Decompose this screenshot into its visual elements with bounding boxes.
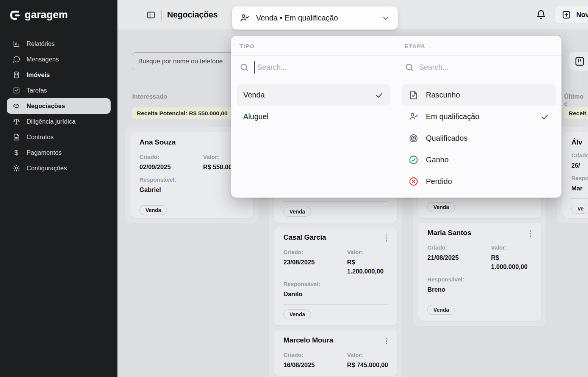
card-menu-button[interactable] [529, 229, 532, 239]
owner-value: Breno [427, 285, 532, 294]
stage-filter-label: Venda • Em qualificação [256, 14, 338, 22]
value-label: Valor: [347, 249, 388, 255]
card-divider [283, 304, 388, 305]
owner-label: Responsável: [139, 176, 244, 183]
created-value: 23/08/2025 [283, 258, 347, 267]
deal-name: Álv [571, 138, 582, 146]
search-icon [405, 63, 414, 72]
deal-card-maria-santos[interactable]: Maria Santos Criado: 21/08/2025 Valor: R… [418, 223, 541, 321]
etapa-search-placeholder: Search... [419, 63, 449, 72]
column-revenue-badge: Receita Potencial: R$ 550.000,00 [132, 107, 232, 119]
owner-label: Responsável: [571, 175, 588, 181]
created-label: Criado: [571, 152, 588, 159]
building-icon [12, 71, 20, 79]
created-value: 16/08/2025 [283, 361, 347, 370]
etapa-option-perdido[interactable]: Perdido [402, 171, 556, 192]
sidebar: garagem Relatórios Mensagens Imóveis Tar… [0, 0, 117, 377]
option-label: Venda [243, 91, 265, 99]
check-icon [375, 91, 384, 100]
sidebar-item-negociacoes[interactable]: Negociações [7, 98, 111, 114]
column-revenue-badge: Receit [564, 107, 588, 119]
created-label: Criado: [427, 244, 491, 251]
etapa-option-qualificados[interactable]: Qualificados [402, 127, 556, 149]
sidebar-item-tarefas[interactable]: Tarefas [7, 83, 111, 98]
tipo-search-placeholder: Search... [257, 63, 287, 72]
created-label: Criado: [139, 154, 203, 160]
deal-value: R$ 1.200.000,00 [347, 258, 388, 276]
document-icon [12, 133, 20, 141]
created-value: 26/ [571, 161, 588, 170]
dollar-icon: $ [12, 149, 20, 157]
view-toggle-kanban-button[interactable] [569, 52, 588, 71]
deal-type-tag[interactable]: Venda [427, 202, 455, 212]
brand-logo: garagem [0, 0, 117, 21]
card-menu-button[interactable] [385, 336, 388, 346]
deal-card-marcelo-moura[interactable]: Marcelo Moura Criado: 16/08/2025 Valor: … [274, 330, 397, 376]
deal-type-tag[interactable]: Ve [571, 204, 588, 214]
etapa-option-ganho[interactable]: Ganho [402, 149, 556, 171]
bar-chart-icon [12, 40, 20, 48]
page-title: Negociações [167, 10, 218, 20]
created-label: Criado: [283, 249, 347, 255]
sidebar-item-configuracoes[interactable]: Configurações [7, 160, 111, 176]
sidebar-item-label: Pagamentos [27, 149, 62, 156]
search-icon [239, 63, 249, 72]
filter-column-etapa: ETAPA Search... Rascunho Em qualificação… [396, 36, 561, 198]
card-divider [427, 300, 532, 300]
brand-name: garagem [25, 9, 68, 21]
deal-card-alvaro[interactable]: Álv Criado: 26/ Responsável: Mar Ve [562, 132, 588, 218]
deal-type-tag[interactable]: Venda [139, 205, 167, 215]
card-divider [283, 201, 388, 202]
sidebar-item-mensagens[interactable]: Mensagens [7, 52, 111, 67]
tipo-option-venda[interactable]: Venda [237, 84, 390, 106]
etapa-option-rascunho[interactable]: Rascunho [402, 84, 556, 106]
column-title-interessado: Interessado [132, 93, 167, 100]
column-title-ultimo-contato: Último c [564, 93, 588, 107]
sidebar-item-label: Diligência jurídica [27, 118, 75, 125]
deal-value: R$ 1.000.000,00 [491, 253, 532, 272]
kanban-view-icon [574, 56, 585, 67]
owner-value: Danilo [283, 290, 388, 299]
sidebar-item-relatorios[interactable]: Relatórios [7, 36, 111, 52]
owner-value: Mar [571, 184, 588, 193]
option-label: Rascunho [426, 91, 460, 99]
scales-icon [12, 118, 20, 126]
garagem-logo-icon [9, 9, 20, 21]
new-deal-button[interactable]: Nov [555, 6, 588, 24]
owner-value: Gabriel [139, 185, 244, 195]
deal-value: R$ 745.000,00 [347, 361, 388, 370]
owner-label: Responsável: [427, 276, 532, 283]
sidebar-item-diligencia-juridica[interactable]: Diligência jurídica [7, 114, 111, 129]
sidebar-toggle-icon[interactable] [146, 10, 156, 20]
sidebar-item-label: Mensagens [27, 56, 59, 63]
option-label: Aluguel [243, 112, 269, 121]
sidebar-item-imoveis[interactable]: Imóveis [7, 67, 111, 83]
user-check-icon [239, 13, 250, 23]
deal-type-tag[interactable]: Venda [427, 305, 455, 315]
handshake-icon [12, 102, 20, 110]
tipo-search-field[interactable]: Search... [231, 56, 396, 79]
etapa-section-title: ETAPA [396, 36, 561, 56]
circle-check-icon [408, 155, 419, 165]
deal-name: Ana Souza [139, 138, 175, 146]
circle-x-icon [408, 176, 419, 187]
deal-name: Maria Santos [427, 229, 471, 237]
check-icon [540, 112, 549, 121]
notifications-bell-icon[interactable] [536, 9, 546, 20]
stage-filter-popover: TIPO Search... Venda Aluguel ETAPA Searc… [231, 36, 561, 198]
sidebar-item-pagamentos[interactable]: $ Pagamentos [7, 145, 111, 160]
option-label: Perdido [426, 177, 452, 186]
stage-filter-trigger[interactable]: Venda • Em qualificação [232, 6, 398, 30]
deal-card-casal-garcia[interactable]: Casal Garcia Criado: 23/08/2025 Valor: R… [274, 227, 397, 325]
tipo-section-title: TIPO [231, 36, 396, 56]
sidebar-item-contratos[interactable]: Contratos [7, 129, 111, 145]
deal-type-tag[interactable]: Venda [283, 309, 311, 319]
etapa-search-field[interactable]: Search... [396, 56, 561, 79]
sidebar-item-label: Relatórios [27, 40, 55, 47]
value-label: Valor: [491, 244, 532, 251]
option-label: Em qualificação [426, 112, 479, 121]
card-menu-button[interactable] [385, 233, 388, 243]
deal-type-tag[interactable]: Venda [283, 207, 311, 217]
tipo-option-aluguel[interactable]: Aluguel [237, 106, 390, 127]
etapa-option-em-qualificacao[interactable]: Em qualificação [402, 106, 556, 127]
